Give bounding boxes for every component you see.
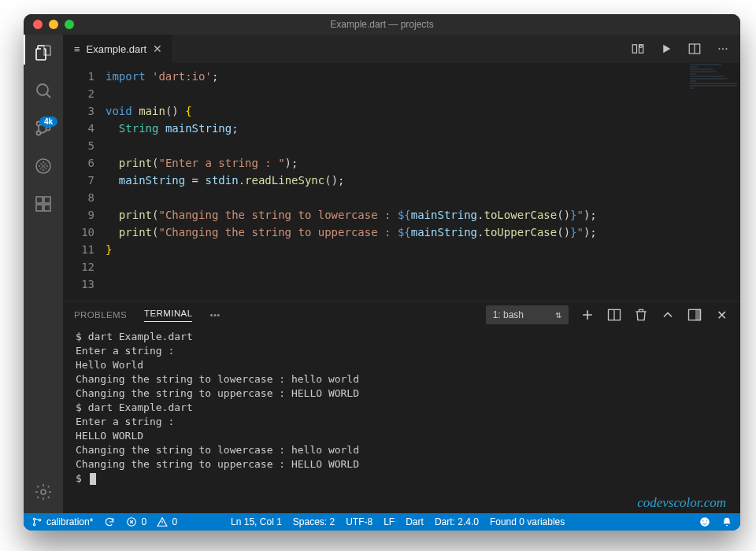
activity-bar: 4k bbox=[24, 35, 63, 513]
language-mode[interactable]: Dart bbox=[406, 516, 424, 527]
active-indicator bbox=[24, 35, 25, 65]
svg-point-2 bbox=[37, 131, 41, 135]
variables-status[interactable]: Found 0 variables bbox=[490, 516, 565, 527]
svg-point-22 bbox=[702, 520, 703, 521]
vscode-window: Example.dart — projects 4k bbox=[24, 14, 740, 531]
editor-body: 4k ≡ Example.dart ✕ bbox=[24, 35, 740, 513]
explorer-icon[interactable] bbox=[33, 43, 54, 63]
svg-rect-10 bbox=[632, 45, 636, 54]
panel-more-icon[interactable]: ••• bbox=[209, 310, 220, 320]
terminal-cursor bbox=[90, 473, 96, 485]
minimap[interactable] bbox=[685, 63, 740, 301]
scm-badge: 4k bbox=[39, 116, 57, 127]
debug-icon[interactable] bbox=[33, 156, 54, 176]
kill-terminal-icon[interactable] bbox=[633, 307, 649, 323]
svg-point-23 bbox=[706, 520, 706, 521]
svg-point-17 bbox=[33, 518, 35, 520]
run-icon[interactable] bbox=[658, 41, 674, 57]
branch-icon bbox=[32, 516, 43, 527]
editor-actions: ··· bbox=[630, 41, 740, 57]
line-numbers: 12345678910111213 bbox=[63, 63, 106, 301]
split-terminal-icon[interactable] bbox=[606, 307, 622, 323]
window-title: Example.dart — projects bbox=[24, 19, 740, 30]
svg-rect-6 bbox=[44, 197, 50, 203]
svg-rect-16 bbox=[696, 309, 701, 320]
svg-point-3 bbox=[46, 127, 50, 131]
error-icon bbox=[126, 516, 137, 527]
git-branch-status[interactable]: calibration* bbox=[32, 516, 93, 527]
svg-rect-5 bbox=[36, 197, 43, 203]
svg-point-12 bbox=[639, 46, 642, 48]
settings-gear-icon[interactable] bbox=[33, 482, 54, 502]
terminal-output[interactable]: $ dart Example.dart Enter a string : Hel… bbox=[63, 328, 740, 513]
watermark-text: codevscolor.com bbox=[637, 496, 726, 510]
sync-status[interactable] bbox=[104, 516, 115, 527]
bottom-panel: PROBLEMS TERMINAL ••• 1: bash ⇅ ✕ bbox=[63, 301, 740, 513]
svg-point-0 bbox=[37, 84, 48, 95]
title-bar: Example.dart — projects bbox=[24, 14, 740, 35]
encoding-status[interactable]: UTF-8 bbox=[346, 516, 372, 527]
chevron-updown-icon: ⇅ bbox=[555, 311, 561, 320]
panel-toggle-icon[interactable] bbox=[687, 307, 702, 323]
svg-rect-7 bbox=[36, 205, 43, 211]
close-tab-icon[interactable]: ✕ bbox=[153, 43, 162, 55]
cursor-position[interactable]: Ln 15, Col 1 bbox=[231, 516, 282, 527]
problems-tab[interactable]: PROBLEMS bbox=[74, 310, 127, 320]
split-editor-icon[interactable] bbox=[687, 41, 702, 57]
svg-point-19 bbox=[39, 520, 40, 521]
new-terminal-icon[interactable] bbox=[580, 307, 595, 323]
svg-point-18 bbox=[33, 523, 35, 525]
status-bar: calibration* 0 0 Ln 15, Col 1 Spaces: 2 … bbox=[24, 513, 740, 531]
more-actions-icon[interactable]: ··· bbox=[715, 41, 731, 57]
search-icon[interactable] bbox=[33, 80, 54, 101]
svg-rect-8 bbox=[44, 205, 50, 211]
dart-version[interactable]: Dart: 2.4.0 bbox=[435, 516, 479, 527]
terminal-tab[interactable]: TERMINAL bbox=[144, 309, 192, 322]
svg-point-9 bbox=[41, 490, 46, 494]
close-panel-icon[interactable]: ✕ bbox=[713, 307, 729, 323]
code-editor[interactable]: 12345678910111213 import 'dart:io'; void… bbox=[63, 63, 740, 301]
maximize-window-button[interactable] bbox=[65, 20, 74, 29]
maximize-panel-icon[interactable] bbox=[660, 307, 676, 323]
extensions-icon[interactable] bbox=[33, 194, 54, 214]
warning-icon bbox=[157, 516, 168, 527]
sync-icon bbox=[104, 516, 115, 527]
svg-point-21 bbox=[700, 517, 710, 527]
tab-filename: Example.dart bbox=[87, 43, 147, 55]
close-window-button[interactable] bbox=[33, 20, 43, 29]
feedback-icon[interactable] bbox=[699, 516, 710, 527]
notifications-icon[interactable] bbox=[721, 516, 732, 527]
terminal-selector[interactable]: 1: bash ⇅ bbox=[486, 305, 569, 324]
minimize-window-button[interactable] bbox=[49, 20, 58, 29]
code-content[interactable]: import 'dart:io'; void main() { String m… bbox=[106, 63, 685, 301]
diff-icon[interactable] bbox=[630, 41, 646, 57]
eol-status[interactable]: LF bbox=[384, 516, 395, 527]
editor-tab[interactable]: ≡ Example.dart ✕ bbox=[63, 35, 172, 63]
indentation-status[interactable]: Spaces: 2 bbox=[293, 516, 335, 527]
source-control-icon[interactable]: 4k bbox=[33, 118, 54, 139]
problems-status[interactable]: 0 0 bbox=[126, 516, 177, 527]
main-area: ≡ Example.dart ✕ ··· 12345678910111213 i… bbox=[63, 35, 740, 513]
panel-tabs: PROBLEMS TERMINAL ••• 1: bash ⇅ ✕ bbox=[63, 301, 740, 328]
traffic-lights bbox=[33, 20, 74, 29]
file-icon: ≡ bbox=[74, 43, 80, 55]
tab-bar: ≡ Example.dart ✕ ··· bbox=[63, 35, 740, 63]
